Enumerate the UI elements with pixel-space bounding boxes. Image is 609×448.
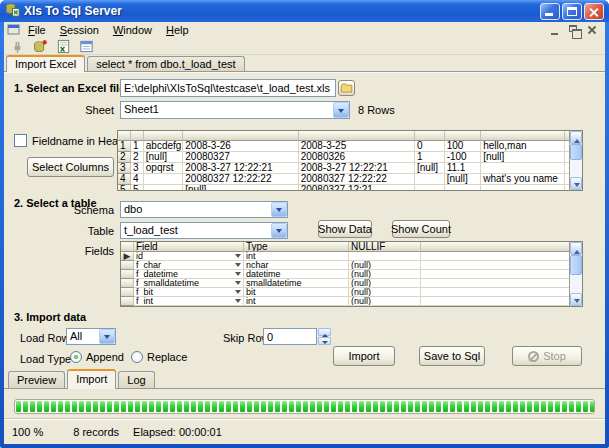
row-selector-cell[interactable]: ▶ [121,252,134,261]
fields-grid-scrollbar[interactable] [569,242,582,306]
spin-down-icon[interactable] [318,337,331,345]
excel-file-path-input[interactable] [120,79,336,97]
menu-session[interactable]: Session [54,23,105,37]
radio-unselected-icon[interactable] [131,351,143,363]
grid-cell[interactable]: 0 [415,141,445,152]
grid-cell[interactable] [481,185,565,190]
grid-cell[interactable]: id [134,252,244,261]
schema-combo[interactable]: dbo [120,201,288,218]
grid-cell[interactable]: f_datetime [134,270,244,279]
grid-cell[interactable]: 2 [131,152,144,163]
grid-cell[interactable] [445,185,482,190]
replace-radio[interactable]: Replace [131,351,187,363]
field-dropdown-icon[interactable] [235,279,241,288]
chevron-down-icon[interactable] [99,329,115,344]
row-selector-cell[interactable] [121,270,134,279]
browse-folder-button[interactable] [338,80,355,96]
field-dropdown-icon[interactable] [235,252,241,261]
menu-help[interactable]: Help [160,23,195,37]
show-data-button[interactable]: Show Data [318,220,372,238]
grid-cell[interactable]: (null) [349,288,421,297]
grid-cell[interactable]: 2008-3-27 12:22:21 [183,163,298,174]
append-radio[interactable]: Append [70,351,124,363]
grid-cell[interactable]: 2 [118,152,131,163]
grid-row[interactable]: 22[null]20080327200803261-100[null] [118,152,569,163]
grid-cell[interactable]: what's you name [481,174,565,185]
grid-cell[interactable]: 100 [445,141,482,152]
grid-cell[interactable]: 1 [118,141,131,152]
scrollbar-thumb[interactable] [570,144,582,160]
grid-cell[interactable]: [null] [445,174,482,185]
child-restore-button[interactable] [567,24,582,37]
row-selector-cell[interactable] [121,242,134,252]
grid-cell[interactable]: 4 [118,174,131,185]
chevron-down-icon[interactable] [271,223,287,238]
scroll-down-icon[interactable] [570,293,582,306]
close-button[interactable] [584,3,604,20]
grid-cell[interactable]: 2008-3-26 [183,141,298,152]
row-selector-cell[interactable] [121,261,134,270]
grid-cell[interactable]: 5 [131,185,144,190]
table-combo[interactable]: t_load_test [120,222,288,239]
maximize-button[interactable] [562,3,582,20]
grid-cell[interactable]: opqrst [144,163,183,174]
sheet-combo[interactable]: Sheet1 [120,101,350,119]
connect-icon[interactable] [8,38,26,54]
scroll-up-icon[interactable] [570,242,582,255]
row-selector-cell[interactable] [121,297,134,306]
new-session-database-icon[interactable] [31,38,49,54]
grid-cell[interactable]: smalldatetime [244,279,349,288]
grid-cell[interactable]: f_bit [134,288,244,297]
preview-grid-scrollbar[interactable] [569,131,582,190]
grid-cell[interactable]: 11.1 [445,163,482,174]
skip-rows-stepper[interactable] [318,328,331,345]
import-button[interactable]: Import [333,346,395,366]
radio-selected-icon[interactable] [70,351,82,363]
load-rows-combo[interactable]: All [66,328,116,345]
skip-rows-input[interactable] [263,328,317,345]
grid-cell[interactable]: 3 [118,163,131,174]
grid-cell[interactable] [415,174,445,185]
grid-cell[interactable]: (null) [349,279,421,288]
scrollbar-thumb[interactable] [570,255,582,275]
tab-log[interactable]: Log [118,371,154,388]
excel-file-icon[interactable] [54,38,72,54]
grid-cell[interactable] [349,252,421,261]
grid-cell[interactable]: (null) [349,261,421,270]
grid-cell[interactable]: 20080327 12:22:22 [299,174,415,185]
grid-cell[interactable]: 2008-3-25 [299,141,415,152]
grid-cell[interactable]: (null) [349,297,421,306]
show-count-button[interactable]: Show Count [392,220,450,238]
child-close-button[interactable] [585,24,600,37]
chevron-down-icon[interactable] [271,202,287,217]
field-dropdown-icon[interactable] [235,288,241,297]
row-selector-cell[interactable] [121,288,134,297]
field-dropdown-icon[interactable] [235,270,241,279]
scroll-up-icon[interactable] [570,131,582,144]
grid-cell[interactable]: (null) [349,270,421,279]
checkbox-box[interactable] [14,134,27,147]
grid-cell[interactable]: 5 [118,185,131,190]
grid-cell[interactable] [144,174,183,185]
grid-row[interactable]: f_smalldatetimesmalldatetime(null) [121,279,569,288]
grid-cell[interactable]: abcdefg [144,141,183,152]
select-columns-button[interactable]: Select Columns [27,157,114,177]
grid-cell[interactable]: [null] [144,152,183,163]
grid-row[interactable]: f_intint(null) [121,297,569,306]
tab-preview[interactable]: Preview [8,371,65,388]
grid-row[interactable]: 4420080327 12:22:2220080327 12:22:22[nul… [118,174,569,185]
grid-row[interactable]: f_charnchar(null) [121,261,569,270]
grid-row[interactable]: 11abcdefg2008-3-262008-3-250100hello,man [118,141,569,152]
grid-cell[interactable]: f_char [134,261,244,270]
grid-cell[interactable]: -100 [445,152,482,163]
scroll-down-icon[interactable] [570,177,582,190]
minimize-button[interactable] [540,3,560,20]
grid-cell[interactable]: 20080327 12:22:22 [183,174,298,185]
menu-window[interactable]: Window [107,23,158,37]
grid-row[interactable]: f_bitbit(null) [121,288,569,297]
grid-row[interactable]: 33opqrst2008-3-27 12:22:212008-3-27 12:2… [118,163,569,174]
grid-cell[interactable]: ... [144,185,183,190]
grid-cell[interactable]: 20080326 [299,152,415,163]
grid-cell[interactable]: int [244,297,349,306]
child-window-icon[interactable] [7,23,20,38]
